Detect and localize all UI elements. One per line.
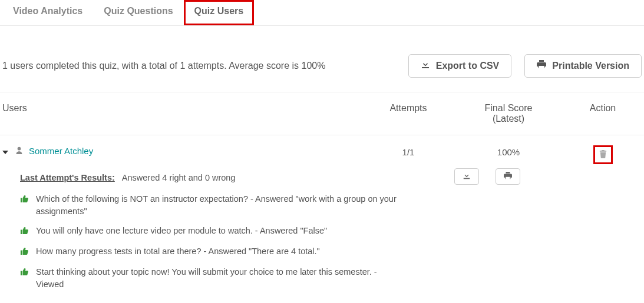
attempt-details: Last Attempt's Results: Answered 4 right… (0, 162, 644, 303)
question-text: Which of the following is NOT an instruc… (36, 193, 397, 218)
question-result: Which of the following is NOT an instruc… (20, 193, 397, 218)
delete-button[interactable] (595, 147, 611, 162)
summary-row: 1 users completed this quiz, with a tota… (0, 26, 644, 92)
header-final-score: Final Score (Latest) (455, 103, 562, 124)
header-attempts: Attempts (361, 103, 455, 124)
cell-score: 100% (455, 146, 562, 162)
last-attempt-summary: Answered 4 right and 0 wrong (122, 173, 236, 182)
cell-action (562, 146, 644, 162)
thumbs-up-icon (20, 225, 29, 238)
thumbs-up-icon (20, 245, 29, 259)
last-attempt-label: Last Attempt's Results: (20, 173, 115, 182)
export-csv-button[interactable]: Export to CSV (408, 54, 512, 78)
print-icon (537, 60, 546, 72)
question-text: You will only have one lecture video per… (36, 225, 327, 237)
action-buttons: Export to CSV Printable Version (408, 54, 642, 78)
header-action: Action (562, 103, 644, 124)
trash-icon (599, 149, 607, 160)
thumbs-up-icon (20, 266, 29, 279)
question-result: How many progress tests in total are the… (20, 245, 397, 259)
table-row: Sommer Atchley 1/1 100% (0, 135, 644, 162)
question-result: You will only have one lecture video per… (20, 225, 397, 238)
user-icon (15, 146, 23, 156)
tab-quiz-users[interactable]: Quiz Users (184, 0, 255, 25)
user-name-link[interactable]: Sommer Atchley (29, 146, 93, 156)
question-text: Start thinking about your topic now! You… (36, 266, 397, 291)
expand-caret-icon[interactable] (2, 146, 9, 157)
export-csv-label: Export to CSV (436, 61, 500, 71)
tab-quiz-questions[interactable]: Quiz Questions (93, 0, 183, 25)
header-users: Users (0, 103, 361, 124)
download-icon (421, 60, 430, 72)
summary-text: 1 users completed this quiz, with a tota… (2, 61, 325, 71)
table-header: Users Attempts Final Score (Latest) Acti… (0, 92, 644, 135)
printable-label: Printable Version (552, 61, 629, 71)
print-icon (504, 172, 512, 182)
printable-version-button[interactable]: Printable Version (524, 54, 642, 78)
question-text: How many progress tests in total are the… (36, 245, 320, 258)
download-icon (463, 172, 471, 182)
question-result: Start thinking about your topic now! You… (20, 266, 397, 291)
tab-video-analytics[interactable]: Video Analytics (2, 0, 93, 25)
print-attempt-button[interactable] (496, 168, 520, 185)
cell-attempts: 1/1 (361, 146, 455, 162)
thumbs-up-icon (20, 193, 29, 207)
download-attempt-button[interactable] (454, 168, 479, 185)
tabs-bar: Video Analytics Quiz Questions Quiz User… (0, 0, 644, 26)
